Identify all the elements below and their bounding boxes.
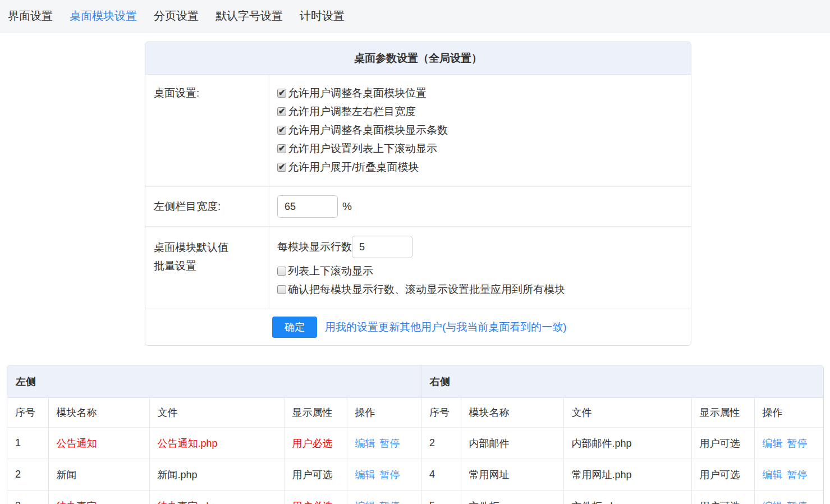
- cell-display-attr: 用户可选: [691, 428, 754, 459]
- edit-link[interactable]: 编辑: [763, 469, 783, 480]
- panel-title: 桌面参数设置（全局设置）: [145, 42, 691, 75]
- module-defaults-label-line2: 批量设置: [154, 256, 263, 275]
- cell-display-attr: 用户可选: [691, 459, 754, 491]
- checkbox-apply-all-modules[interactable]: [277, 285, 286, 294]
- confirm-button[interactable]: 确定: [272, 317, 317, 338]
- cell-module-name: 待办事宜: [48, 491, 149, 504]
- left-width-content: %: [269, 187, 691, 226]
- module-defaults-row: 桌面模块默认值 批量设置 每模块显示行数 列表上下滚动显示 确认把每模块显示行数…: [145, 227, 691, 309]
- option-column-width: 允许用户调整左右栏目宽度: [277, 102, 683, 121]
- cell-operations: 编辑暂停: [347, 428, 421, 459]
- col-header-attr: 显示属性: [284, 398, 347, 428]
- table-row: 2 内部邮件 内部邮件.php 用户可选 编辑暂停: [421, 428, 823, 459]
- cell-module-name: 新闻: [48, 459, 149, 491]
- cell-no: 4: [421, 459, 461, 491]
- edit-link[interactable]: 编辑: [763, 501, 783, 504]
- cell-display-attr: 用户必选: [284, 491, 347, 504]
- col-header-name: 模块名称: [461, 398, 563, 428]
- col-header-no: 序号: [7, 398, 48, 428]
- pause-link[interactable]: 暂停: [380, 501, 400, 504]
- right-table-title: 右侧: [421, 365, 823, 398]
- option-module-position: 允许用户调整各桌面模块位置: [277, 84, 683, 102]
- col-header-attr: 显示属性: [691, 398, 754, 428]
- cell-module-name: 公告通知: [48, 428, 149, 459]
- edit-link[interactable]: 编辑: [763, 438, 783, 449]
- table-header-row: 序号 模块名称 文件 显示属性 操作: [421, 398, 823, 428]
- tab-default-fontsize-settings[interactable]: 默认字号设置: [215, 8, 283, 24]
- col-header-no: 序号: [421, 398, 461, 428]
- option-label: 允许用户调整左右栏目宽度: [288, 104, 416, 119]
- panel-footer: 确定 用我的设置更新其他用户(与我当前桌面看到的一致): [145, 309, 691, 345]
- cell-operations: 编辑暂停: [754, 491, 823, 504]
- tab-pagination-settings[interactable]: 分页设置: [154, 8, 199, 24]
- module-defaults-label-line1: 桌面模块默认值: [154, 238, 263, 256]
- tab-interface-settings[interactable]: 界面设置: [8, 8, 53, 24]
- left-table-title: 左侧: [7, 365, 421, 398]
- col-header-file: 文件: [563, 398, 691, 428]
- cell-no: 3: [7, 491, 48, 504]
- cell-no: 2: [421, 428, 461, 459]
- table-row: 2 新闻 新闻.php 用户可选 编辑暂停: [7, 459, 421, 491]
- option-display-count: 允许用户调整各桌面模块显示条数: [277, 121, 683, 139]
- col-header-op: 操作: [754, 398, 823, 428]
- rows-per-module-field: 每模块显示行数: [277, 236, 683, 258]
- option-scroll-display: 允许用户设置列表上下滚动显示: [277, 139, 683, 158]
- checkbox-list-scroll[interactable]: [277, 267, 286, 276]
- cell-file: 内部邮件.php: [563, 428, 691, 459]
- table-row: 1 公告通知 公告通知.php 用户必选 编辑暂停: [7, 428, 421, 459]
- left-width-input[interactable]: [277, 195, 338, 218]
- apply-my-settings-link[interactable]: 用我的设置更新其他用户(与我当前桌面看到的一致): [325, 320, 567, 335]
- pause-link[interactable]: 暂停: [787, 501, 808, 504]
- col-header-name: 模块名称: [48, 398, 149, 428]
- checkbox-module-position[interactable]: [277, 89, 286, 98]
- cell-file: 公告通知.php: [149, 428, 284, 459]
- desktop-params-panel: 桌面参数设置（全局设置） 桌面设置: 允许用户调整各桌面模块位置 允许用户调整左…: [145, 42, 691, 346]
- cell-operations: 编辑暂停: [347, 459, 421, 491]
- cell-no: 2: [7, 459, 48, 491]
- pause-link[interactable]: 暂停: [787, 438, 808, 449]
- cell-module-name: 文件柜: [461, 491, 563, 504]
- edit-link[interactable]: 编辑: [355, 501, 375, 504]
- pause-link[interactable]: 暂停: [787, 469, 808, 480]
- col-header-file: 文件: [149, 398, 284, 428]
- option-label: 允许用户展开/折叠桌面模块: [288, 160, 419, 175]
- tab-timer-settings[interactable]: 计时设置: [300, 8, 345, 24]
- edit-link[interactable]: 编辑: [355, 469, 375, 480]
- cell-operations: 编辑暂停: [754, 428, 823, 459]
- desktop-settings-label: 桌面设置:: [145, 75, 269, 186]
- option-expand-collapse: 允许用户展开/折叠桌面模块: [277, 158, 683, 176]
- option-label: 允许用户调整各桌面模块显示条数: [288, 123, 448, 138]
- option-label: 允许用户调整各桌面模块位置: [288, 86, 427, 100]
- col-header-op: 操作: [347, 398, 421, 428]
- module-defaults-content: 每模块显示行数 列表上下滚动显示 确认把每模块显示行数、滚动显示设置批量应用到所…: [269, 227, 691, 309]
- cell-file: 常用网址.php: [563, 459, 691, 491]
- checkbox-expand-collapse[interactable]: [277, 163, 286, 172]
- table-row: 5 文件柜 文件柜.php 用户可选 编辑暂停: [421, 491, 823, 504]
- left-width-unit: %: [342, 200, 352, 213]
- table-row: 4 常用网址 常用网址.php 用户可选 编辑暂停: [421, 459, 823, 491]
- pause-link[interactable]: 暂停: [380, 469, 400, 480]
- cell-no: 1: [7, 428, 48, 459]
- cell-display-attr: 用户可选: [284, 459, 347, 491]
- tab-desktop-module-settings[interactable]: 桌面模块设置: [70, 8, 137, 24]
- module-tables: 左侧 序号 模块名称 文件 显示属性 操作 1 公告通知 公告通知.php 用户…: [7, 365, 824, 504]
- cell-operations: 编辑暂停: [754, 459, 823, 491]
- cell-module-name: 内部邮件: [461, 428, 563, 459]
- checkbox-column-width[interactable]: [277, 107, 286, 116]
- cell-display-attr: 用户必选: [284, 428, 347, 459]
- pause-link[interactable]: 暂停: [380, 438, 400, 449]
- edit-link[interactable]: 编辑: [355, 438, 375, 449]
- left-modules-table: 左侧 序号 模块名称 文件 显示属性 操作 1 公告通知 公告通知.php 用户…: [7, 365, 421, 504]
- cell-file: 待办事宜.php: [149, 491, 284, 504]
- cell-file: 文件柜.php: [563, 491, 691, 504]
- settings-tabbar: 界面设置 桌面模块设置 分页设置 默认字号设置 计时设置: [0, 0, 830, 33]
- module-defaults-label: 桌面模块默认值 批量设置: [145, 227, 269, 309]
- option-label: 确认把每模块显示行数、滚动显示设置批量应用到所有模块: [288, 282, 565, 297]
- desktop-settings-row: 桌面设置: 允许用户调整各桌面模块位置 允许用户调整左右栏目宽度 允许用户调整各…: [145, 75, 691, 187]
- checkbox-scroll-display[interactable]: [277, 144, 286, 153]
- cell-file: 新闻.php: [149, 459, 284, 491]
- rows-per-module-label: 每模块显示行数: [277, 240, 352, 254]
- checkbox-display-count[interactable]: [277, 126, 286, 135]
- rows-per-module-input[interactable]: [352, 236, 412, 258]
- option-list-scroll: 列表上下滚动显示: [277, 262, 683, 280]
